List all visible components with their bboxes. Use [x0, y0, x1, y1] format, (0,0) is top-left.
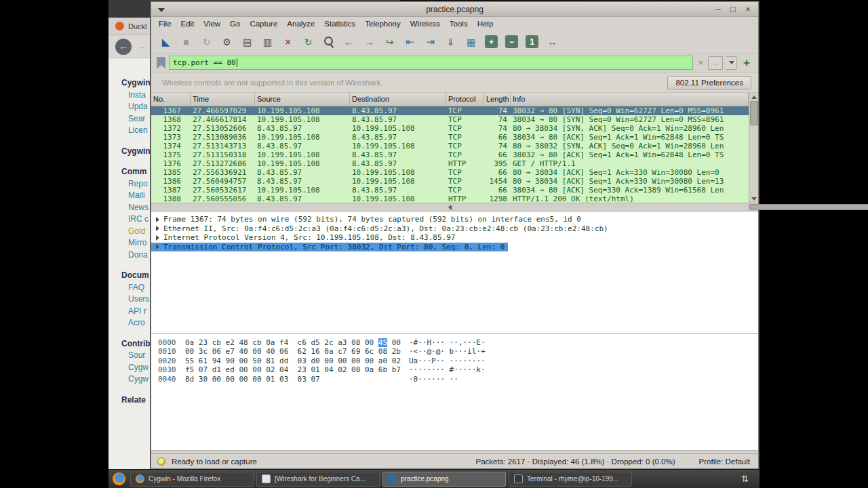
packet-row[interactable]: 1387 27.560532617 10.199.105.108 8.43.85… — [151, 186, 749, 195]
taskbar-task[interactable]: practice.pcapng — [382, 472, 506, 487]
column-header[interactable]: Length — [484, 93, 511, 106]
expander-icon[interactable] — [156, 244, 159, 249]
menu-item[interactable]: Capture — [245, 20, 282, 28]
filter-apply-icon[interactable]: → — [708, 56, 723, 70]
column-header[interactable]: Protocol — [446, 93, 484, 106]
taskbar-task[interactable]: [Wireshark for Beginners Ca... — [256, 472, 380, 487]
wireshark-window[interactable]: practice.pcapng – □ × File Edit View Go … — [151, 1, 759, 469]
firefox-launcher-icon[interactable] — [113, 472, 125, 485]
menu-item[interactable]: Edit — [176, 20, 199, 28]
packet-row[interactable]: 1388 27.560555056 8.43.85.97 10.199.105.… — [151, 195, 749, 203]
column-header[interactable]: Destination — [350, 93, 446, 106]
packet-row[interactable]: 1374 27.513143713 8.43.85.97 10.199.105.… — [151, 142, 749, 150]
go-to-packet-icon[interactable]: ↪ — [380, 34, 399, 50]
start-capture-icon[interactable]: ◣ — [157, 34, 175, 50]
filter-bookmark-icon[interactable] — [157, 57, 165, 69]
scroll-down-icon[interactable] — [749, 195, 758, 203]
hex-row[interactable]: 001000 3c 06 e7 40 00 40 06 62 16 0a c7 … — [158, 347, 758, 356]
expander-icon[interactable] — [156, 217, 159, 222]
column-header[interactable]: Time — [191, 93, 255, 106]
column-header[interactable]: Source — [255, 93, 350, 106]
wireless-notice-bar: Wireless controls are not supported in t… — [151, 73, 758, 93]
menu-item[interactable]: File — [154, 20, 176, 28]
packet-list: No. Time Source Destination Protocol Len… — [151, 93, 758, 203]
stop-capture-icon[interactable]: ■ — [177, 34, 195, 50]
close-button[interactable]: × — [743, 3, 753, 16]
colorize-icon[interactable]: ▦ — [462, 34, 480, 50]
packet-row[interactable]: 1373 27.513089036 10.199.105.108 8.43.85… — [151, 133, 749, 142]
menu-item[interactable]: Go — [225, 20, 245, 28]
save-file-icon[interactable]: ▥ — [258, 34, 277, 50]
find-packet-icon[interactable] — [319, 34, 338, 50]
expander-icon[interactable] — [156, 235, 159, 241]
ascii-bytes: ·<··@·@· b···il·+ — [409, 347, 486, 356]
hscrollbar-thumb[interactable] — [749, 204, 868, 210]
scroll-up-icon[interactable] — [749, 93, 758, 101]
packet-list-header: No. Time Source Destination Protocol Len… — [151, 93, 749, 106]
filter-clear-icon[interactable]: × — [696, 58, 705, 68]
zoom-orig-icon[interactable]: 1 — [526, 35, 538, 48]
detail-row[interactable]: Transmission Control Protocol, Src Port:… — [151, 243, 508, 252]
column-header[interactable]: No. — [151, 93, 191, 106]
taskbar-task[interactable]: Cygwin - Mozilla Firefox — [130, 472, 254, 487]
taskbar-task[interactable]: Terminal - rhyme@ip-10-199... — [509, 472, 632, 487]
detail-row[interactable]: Ethernet II, Src: 0a:f4:c6:d5:2c:a3 (0a:… — [151, 224, 758, 234]
menu-item[interactable]: View — [199, 20, 225, 28]
horizontal-scrollbar[interactable] — [151, 203, 749, 211]
close-file-icon[interactable]: × — [279, 34, 297, 50]
detail-row[interactable]: Frame 1367: 74 bytes on wire (592 bits),… — [151, 215, 758, 224]
duckduckgo-favicon — [115, 22, 124, 30]
packet-row[interactable]: 1376 27.513272686 10.199.105.108 8.43.85… — [151, 159, 749, 168]
browser-forward-button[interactable]: → — [138, 41, 146, 52]
packet-row[interactable]: 1386 27.560494757 8.43.85.97 10.199.105.… — [151, 177, 749, 186]
packet-row[interactable]: 1375 27.513150318 10.199.105.108 8.43.85… — [151, 150, 749, 159]
minimize-button[interactable]: – — [713, 3, 723, 16]
menu-item[interactable]: Telephony — [360, 20, 405, 28]
ascii-bytes: ········ #·····k· — [409, 365, 486, 374]
hex-row[interactable]: 0030f5 07 d1 ed 00 00 02 04 23 01 04 02 … — [158, 365, 758, 374]
maximize-button[interactable]: □ — [728, 3, 738, 16]
reload-file-icon[interactable]: ↻ — [299, 34, 317, 50]
column-header[interactable]: Info — [511, 93, 749, 106]
menu-item[interactable]: Analyze — [282, 20, 319, 28]
menu-item[interactable]: Help — [473, 20, 498, 28]
menu-item[interactable]: Tools — [445, 20, 473, 28]
network-tray-icon[interactable]: ⇅ — [741, 474, 754, 484]
notice-text: Wireless controls are not supported in t… — [162, 79, 382, 87]
packet-row[interactable]: 1368 27.466617814 10.199.105.108 8.43.85… — [151, 115, 749, 124]
go-last-icon[interactable]: ⇥ — [421, 34, 439, 50]
hex-row[interactable]: 00408d 30 00 00 00 00 01 03 03 07·0·····… — [158, 375, 758, 384]
menu-item[interactable]: Statistics — [319, 20, 360, 28]
filter-input[interactable]: tcp.port == 80 — [169, 56, 693, 70]
zoom-in-icon[interactable]: + — [485, 35, 498, 48]
browser-back-button[interactable]: ← — [115, 39, 132, 55]
packet-row[interactable]: 1385 27.556336921 8.43.85.97 10.199.105.… — [151, 168, 749, 177]
scrollbar-thumb[interactable] — [750, 101, 758, 125]
task-icon — [388, 474, 397, 483]
expert-info-icon[interactable] — [157, 458, 165, 466]
hex-row[interactable]: 00000a 23 cb e2 48 cb 0a f4 c6 d5 2c a3 … — [158, 338, 758, 347]
packet-row[interactable]: 1367 27.466597029 10.199.105.108 8.43.85… — [151, 106, 749, 115]
hex-row[interactable]: 002055 61 94 90 00 50 81 dd 03 d0 00 00 … — [158, 357, 758, 365]
resize-columns-icon[interactable]: ↔ — [543, 34, 561, 50]
scroll-left-icon[interactable] — [151, 203, 749, 211]
go-forward-icon[interactable]: → — [360, 34, 378, 50]
menu-item[interactable]: Wireless — [406, 20, 445, 28]
packet-row[interactable]: 1372 27.513052606 8.43.85.97 10.199.105.… — [151, 124, 749, 133]
auto-scroll-icon[interactable]: ⇓ — [441, 34, 460, 50]
filter-dropdown-icon[interactable] — [726, 56, 737, 70]
capture-options-icon[interactable]: ⚙ — [218, 34, 236, 50]
go-back-icon[interactable]: ← — [340, 34, 358, 50]
zoom-out-icon[interactable]: − — [505, 35, 518, 48]
vertical-scrollbar[interactable] — [749, 93, 758, 203]
expander-icon[interactable] — [156, 226, 159, 231]
detail-row[interactable]: Internet Protocol Version 4, Src: 10.199… — [151, 233, 758, 243]
wireless-preferences-button[interactable]: 802.11 Preferences — [667, 76, 751, 89]
go-first-icon[interactable]: ⇤ — [401, 34, 419, 50]
title-bar[interactable]: practice.pcapng – □ × — [151, 2, 758, 17]
hex-bytes: 00 3c 06 e7 40 00 40 06 62 16 0a c7 69 6… — [185, 347, 401, 356]
status-profile[interactable]: Profile: Default — [699, 458, 750, 466]
restart-capture-icon[interactable]: ↻ — [197, 34, 216, 50]
open-file-icon[interactable]: ▤ — [238, 34, 256, 50]
filter-add-icon[interactable]: + — [741, 56, 753, 70]
